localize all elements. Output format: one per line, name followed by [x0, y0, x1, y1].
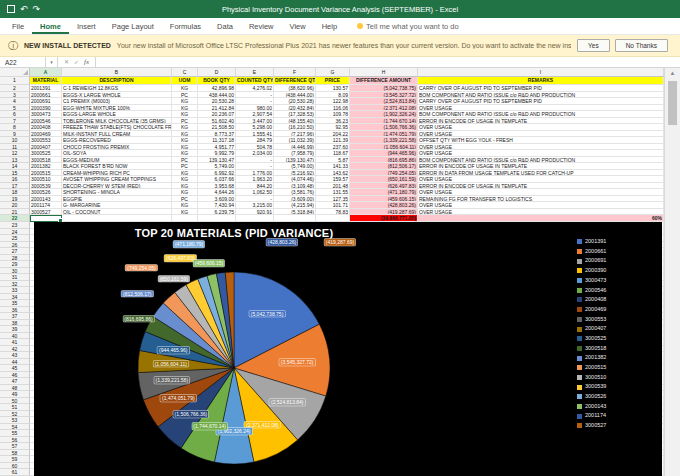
- tab-help[interactable]: Help: [314, 18, 345, 34]
- insert-function-icon[interactable]: fx: [84, 59, 89, 66]
- tab-home[interactable]: Home: [32, 18, 69, 34]
- legend-item-3000473[interactable]: 3000473: [577, 276, 659, 286]
- column-header-A[interactable]: A: [30, 68, 62, 77]
- column-header-B[interactable]: B: [62, 68, 172, 77]
- column-header-F[interactable]: F: [274, 68, 316, 77]
- pie-label: (1,744,670.14): [192, 423, 228, 430]
- name-box[interactable]: A22: [0, 57, 46, 67]
- enter-icon[interactable]: ✓: [74, 59, 79, 65]
- tab-formulas[interactable]: Formulas: [162, 18, 209, 34]
- vertical-scrollbar[interactable]: ▲: [664, 68, 680, 476]
- legend-label: 2000515: [585, 365, 606, 371]
- legend-item-3000526[interactable]: 3000526: [577, 392, 659, 402]
- no-thanks-button[interactable]: No Thanks: [615, 39, 668, 52]
- legend-swatch: [577, 268, 582, 273]
- tab-insert[interactable]: Insert: [69, 18, 104, 34]
- legend-label: 2001382: [585, 355, 606, 361]
- redo-icon[interactable]: ↷: [33, 5, 41, 14]
- pie-label: (812,506.17): [122, 290, 153, 297]
- column-header-G[interactable]: G: [316, 68, 350, 77]
- legend-item-2000408[interactable]: 2000408: [577, 295, 659, 305]
- legend-item-3000539[interactable]: 3000539: [577, 382, 659, 392]
- legend-item-2000407[interactable]: 2000407: [577, 324, 659, 334]
- pie-label: (749,254.05): [126, 265, 157, 272]
- cell[interactable]: [236, 215, 274, 222]
- row-header-61[interactable]: 61: [0, 469, 30, 476]
- tab-file[interactable]: File: [4, 18, 32, 34]
- lightbulb-icon: [357, 23, 363, 29]
- legend-swatch: [577, 375, 582, 380]
- cell[interactable]: [30, 215, 62, 222]
- column-header-D[interactable]: D: [198, 68, 236, 77]
- legend-item-2001391[interactable]: 2001391: [577, 237, 659, 247]
- legend-item-2000390[interactable]: 2000390: [577, 266, 659, 276]
- message-bar: ⓘ NEW INSTALL DETECTED Your new install …: [0, 35, 680, 57]
- column-header-H[interactable]: H: [350, 68, 418, 77]
- legend-swatch: [577, 346, 582, 351]
- legend-swatch: [577, 259, 582, 264]
- col-header-description: DESCRIPTION: [62, 77, 172, 85]
- window-title: Physical Inventory Document Variance Ana…: [0, 5, 680, 14]
- scroll-up-icon[interactable]: ▲: [665, 68, 680, 76]
- tell-me[interactable]: Tell me what you want to do: [357, 22, 459, 31]
- legend-item-2000469[interactable]: 2000469: [577, 305, 659, 315]
- column-header-C[interactable]: C: [172, 68, 198, 77]
- legend-item-2000661[interactable]: 2000661: [577, 247, 659, 257]
- formula-bar-buttons: ✕ ✓ fx: [58, 57, 96, 67]
- table-header-row: 1MATERIALDESCRIPTIONUOMBOOK QTYCOUNTED Q…: [0, 77, 664, 85]
- name-box-dropdown-icon[interactable]: ▾: [46, 57, 58, 67]
- pie-label: (650,161.59): [158, 276, 189, 283]
- legend-item-2000546[interactable]: 2000546: [577, 285, 659, 295]
- legend-item-3000525[interactable]: 3000525: [577, 334, 659, 344]
- cell[interactable]: [172, 215, 198, 222]
- cell[interactable]: [62, 215, 172, 222]
- legend-item-3000553[interactable]: 3000553: [577, 315, 659, 325]
- legend-item-3000518[interactable]: 3000518: [577, 344, 659, 354]
- legend-label: 3000518: [585, 346, 606, 352]
- cell[interactable]: [198, 215, 236, 222]
- col-header-uom: UOM: [172, 77, 198, 85]
- col-header-counted-qty: COUNTED QTY: [236, 77, 274, 85]
- tab-review[interactable]: Review: [241, 18, 282, 34]
- cell[interactable]: [274, 215, 316, 222]
- message-bar-label: NEW INSTALL DETECTED: [24, 42, 111, 49]
- legend-item-3000510[interactable]: 3000510: [577, 373, 659, 383]
- legend-swatch: [577, 307, 582, 312]
- select-all-corner[interactable]: [0, 68, 30, 77]
- tab-data[interactable]: Data: [209, 18, 241, 34]
- legend-item-3000527[interactable]: 3000527: [577, 421, 659, 431]
- legend-label: 2000407: [585, 326, 606, 332]
- legend-label: 2001174: [585, 413, 606, 419]
- legend-item-2000143[interactable]: 2000143: [577, 402, 659, 412]
- legend-item-2001382[interactable]: 2001382: [577, 353, 659, 363]
- legend-item-2000691[interactable]: 2000691: [577, 256, 659, 266]
- pie-label: (459,606.15): [193, 260, 224, 267]
- scroll-thumb[interactable]: [668, 81, 677, 125]
- pie-label: (626,497.83): [165, 255, 196, 262]
- variance-chart[interactable]: TOP 20 MATERIALS (PID VARIANCE) 20013912…: [34, 222, 662, 476]
- yes-button[interactable]: Yes: [577, 39, 610, 52]
- undo-icon[interactable]: ↶: [20, 5, 28, 14]
- total-difference-amount: (39,668,771.85): [350, 215, 418, 222]
- quick-access-toolbar: ↶ ↷: [7, 5, 40, 14]
- pie-label: (2,371,412.08): [245, 421, 281, 428]
- column-header-I[interactable]: I: [418, 68, 664, 77]
- tab-page-layout[interactable]: Page Layout: [104, 18, 162, 34]
- save-icon[interactable]: [7, 5, 15, 13]
- row-header-1[interactable]: 1: [0, 77, 30, 85]
- cell[interactable]: [316, 215, 350, 222]
- column-header-E[interactable]: E: [236, 68, 274, 77]
- cancel-icon[interactable]: ✕: [64, 59, 69, 65]
- legend-swatch: [577, 327, 582, 332]
- legend-item-2001174[interactable]: 2001174: [577, 411, 659, 421]
- pie-label: (428,803.26): [266, 239, 297, 246]
- tab-view[interactable]: View: [282, 18, 314, 34]
- legend-label: 2000408: [585, 297, 606, 303]
- total-percent: 60%: [418, 215, 664, 222]
- legend-item-2000515[interactable]: 2000515: [577, 363, 659, 373]
- formula-input[interactable]: [96, 57, 680, 67]
- legend-label: 2001391: [585, 239, 606, 245]
- legend-label: 3000473: [585, 278, 606, 284]
- legend-swatch: [577, 404, 582, 409]
- row-header-22[interactable]: 22: [0, 215, 30, 222]
